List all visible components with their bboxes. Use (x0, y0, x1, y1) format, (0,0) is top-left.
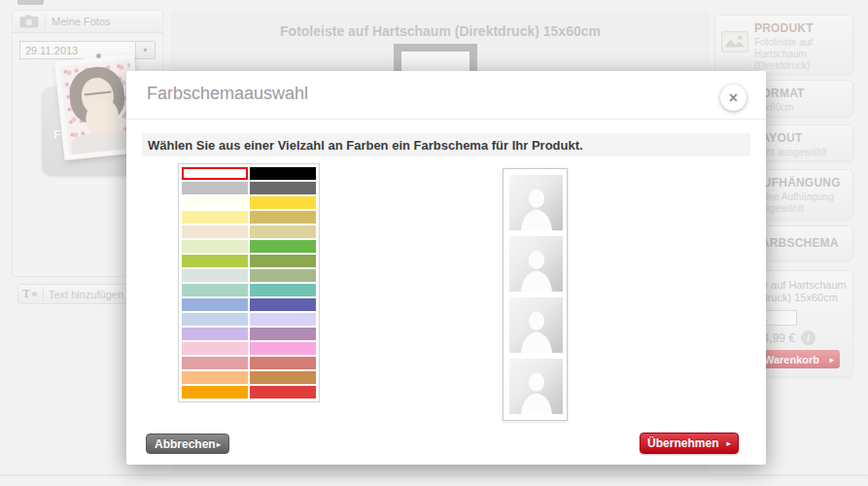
color-swatch[interactable] (182, 196, 248, 209)
color-swatch[interactable] (250, 269, 316, 282)
arrow-right-icon: ▸ (217, 439, 222, 449)
color-swatch[interactable] (182, 211, 248, 224)
color-swatch[interactable] (182, 298, 248, 311)
cancel-button-label: Abbrechen (155, 437, 216, 451)
dialog-title: Farbschemaauswahl (147, 84, 308, 104)
color-swatch[interactable] (182, 328, 248, 340)
color-swatch[interactable] (182, 371, 248, 384)
apply-button-label: Übernehmen (647, 436, 718, 450)
color-swatch-panel (178, 163, 320, 402)
color-scheme-dialog: Farbschemaauswahl × Wählen Sie aus einer… (126, 71, 766, 465)
color-swatch[interactable] (182, 386, 248, 399)
color-swatch[interactable] (182, 226, 248, 238)
color-swatch[interactable] (182, 240, 248, 253)
color-swatch[interactable] (182, 284, 248, 296)
preview-photo-slot (509, 297, 563, 353)
close-icon: × (729, 90, 738, 106)
close-button[interactable]: × (720, 85, 746, 111)
arrow-right-icon: ▸ (726, 438, 731, 448)
color-swatch[interactable] (250, 386, 316, 399)
person-silhouette-icon (513, 184, 560, 230)
color-swatch[interactable] (250, 196, 316, 209)
color-swatch[interactable] (182, 255, 248, 267)
photo-product-editor: Meine Fotos ▼ Fotos laden! ▸ (0, 0, 868, 486)
color-swatch[interactable] (250, 313, 316, 326)
color-swatch[interactable] (250, 167, 316, 180)
color-swatch[interactable] (182, 269, 248, 282)
apply-button[interactable]: Übernehmen ▸ (640, 433, 739, 454)
preview-strip (503, 168, 568, 421)
color-swatch[interactable] (250, 298, 316, 311)
color-swatch[interactable] (182, 357, 248, 369)
color-swatch[interactable] (250, 240, 316, 253)
color-swatch[interactable] (250, 182, 316, 194)
cancel-button[interactable]: Abbrechen ▸ (146, 434, 229, 454)
color-swatch[interactable] (182, 342, 248, 355)
color-swatch[interactable] (250, 284, 316, 296)
color-swatch[interactable] (182, 182, 248, 194)
preview-photo-slot (509, 236, 563, 292)
person-silhouette-icon (513, 306, 560, 353)
divider (126, 119, 766, 120)
color-swatch[interactable] (250, 357, 316, 369)
color-swatch[interactable] (250, 255, 316, 267)
person-silhouette-icon (513, 245, 560, 292)
dialog-instruction: Wählen Sie aus einer Vielzahl an Farben … (142, 133, 750, 156)
color-swatch[interactable] (250, 342, 316, 355)
preview-photo-slot (509, 359, 563, 414)
color-swatch-grid (182, 167, 316, 399)
color-swatch[interactable] (250, 211, 316, 224)
color-swatch[interactable] (250, 328, 316, 340)
color-swatch[interactable] (250, 226, 316, 238)
color-swatch-selected[interactable] (182, 167, 248, 180)
color-swatch[interactable] (250, 371, 316, 384)
person-silhouette-icon (513, 367, 560, 414)
color-swatch[interactable] (182, 313, 248, 326)
preview-photo-slot (509, 175, 563, 230)
